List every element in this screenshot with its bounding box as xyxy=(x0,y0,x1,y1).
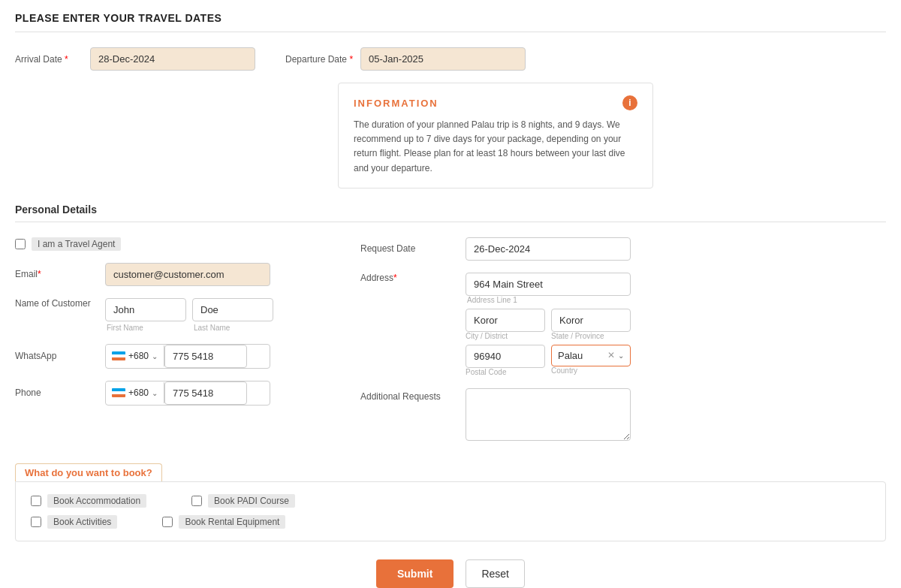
what-to-book-title: What do you want to book? xyxy=(15,463,162,481)
book-rental-option: Book Rental Equipment xyxy=(162,515,285,529)
travel-agent-label: I am a Travel Agent xyxy=(32,237,121,251)
departure-date-input[interactable] xyxy=(360,47,526,71)
book-rental-checkbox[interactable] xyxy=(162,517,173,527)
information-box: INFORMATION i The duration of your plann… xyxy=(338,83,653,188)
info-text: The duration of your planned Palau trip … xyxy=(354,118,637,176)
phone-chevron-icon: ⌄ xyxy=(152,389,158,397)
whatsapp-label: WhatsApp xyxy=(15,351,98,361)
palau-flag-icon xyxy=(112,351,125,360)
book-activities-label: Book Activities xyxy=(47,515,117,529)
submit-row: Submit Reset xyxy=(15,559,886,588)
whatsapp-country-select[interactable]: +680 ⌄ xyxy=(106,345,164,366)
country-select[interactable]: Palau ✕ ⌄ xyxy=(551,345,631,366)
country-clear-icon[interactable]: ✕ xyxy=(607,350,615,360)
email-row: Email* xyxy=(15,263,330,286)
email-input[interactable] xyxy=(105,263,270,286)
last-name-input[interactable] xyxy=(192,298,273,321)
city-hint: City / District xyxy=(466,332,545,340)
arrival-date-label: Arrival Date * xyxy=(15,54,83,65)
book-padi-checkbox[interactable] xyxy=(191,496,202,506)
address-label: Address* xyxy=(360,273,458,283)
personal-details-title: Personal Details xyxy=(15,204,886,222)
last-name-hint: Last Name xyxy=(192,324,273,332)
whatsapp-country-code: +680 xyxy=(128,351,149,361)
arrival-date-input[interactable] xyxy=(90,47,255,71)
whatsapp-number-input[interactable] xyxy=(164,345,247,368)
name-row: Name of Customer First Name Last Name xyxy=(15,298,330,332)
state-hint: State / Province xyxy=(551,332,631,340)
request-date-label: Request Date xyxy=(360,243,458,254)
postal-input[interactable] xyxy=(466,345,545,368)
address-line1-input[interactable] xyxy=(466,273,631,296)
country-hint: Country xyxy=(551,366,631,375)
book-accommodation-label: Book Accommodation xyxy=(47,494,146,508)
email-label: Email* xyxy=(15,269,98,279)
phone-country-code: +680 xyxy=(128,387,149,398)
book-accommodation-checkbox[interactable] xyxy=(31,496,41,506)
travel-agent-checkbox[interactable] xyxy=(15,239,26,249)
phone-field: +680 ⌄ xyxy=(105,381,270,406)
info-title: INFORMATION xyxy=(354,98,438,109)
country-value: Palau xyxy=(558,350,604,361)
country-chevron-icon: ⌄ xyxy=(618,351,624,360)
book-padi-label: Book PADI Course xyxy=(208,494,295,508)
additional-requests-section: Additional Requests xyxy=(360,388,886,441)
state-input[interactable] xyxy=(551,309,631,332)
what-to-book-section: What do you want to book? Book Accommoda… xyxy=(15,463,886,541)
reset-button[interactable]: Reset xyxy=(466,559,525,588)
first-name-input[interactable] xyxy=(105,298,186,321)
submit-button[interactable]: Submit xyxy=(376,559,454,588)
departure-date-label: Departure Date * xyxy=(285,54,353,65)
phone-flag-icon xyxy=(112,388,125,397)
address-section: Address* Address Line 1 City / District xyxy=(360,273,886,376)
city-input[interactable] xyxy=(466,309,545,332)
additional-requests-textarea[interactable] xyxy=(466,388,631,441)
first-name-hint: First Name xyxy=(105,324,186,332)
name-label: Name of Customer xyxy=(15,298,98,309)
phone-country-select[interactable]: +680 ⌄ xyxy=(106,382,164,403)
travel-agent-row: I am a Travel Agent xyxy=(15,237,330,251)
whatsapp-row: WhatsApp +680 ⌄ xyxy=(15,344,330,369)
info-icon: i xyxy=(622,95,637,110)
book-padi-option: Book PADI Course xyxy=(191,494,295,508)
additional-requests-label: Additional Requests xyxy=(360,388,458,402)
whatsapp-chevron-icon: ⌄ xyxy=(152,352,158,360)
page-title: PLEASE ENTER YOUR TRAVEL DATES xyxy=(15,12,886,32)
book-activities-option: Book Activities xyxy=(31,515,117,529)
postal-hint: Postal Code xyxy=(466,368,545,376)
book-activities-checkbox[interactable] xyxy=(31,517,41,527)
request-date-row: Request Date xyxy=(360,237,886,261)
phone-row: Phone +680 ⌄ xyxy=(15,381,330,406)
book-accommodation-option: Book Accommodation xyxy=(31,494,146,508)
request-date-input[interactable] xyxy=(466,237,631,261)
address-line1-hint: Address Line 1 xyxy=(466,296,631,304)
phone-number-input[interactable] xyxy=(164,381,247,405)
phone-label: Phone xyxy=(15,387,98,398)
book-rental-label: Book Rental Equipment xyxy=(179,515,285,529)
whatsapp-field: +680 ⌄ xyxy=(105,344,270,369)
